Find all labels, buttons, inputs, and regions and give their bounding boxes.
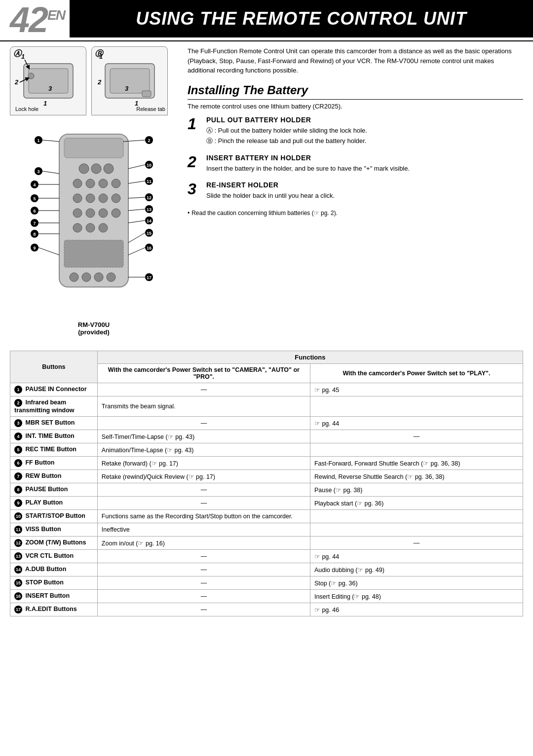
- col-camera-header: With the camcorder's Power Switch set to…: [97, 364, 310, 383]
- table-row: 5 REC TIME ButtonAnimation/Time-Lapse (☞…: [10, 443, 523, 457]
- btn-cell-5: 6 FF Button: [10, 457, 98, 470]
- btn-cell-11: 12 ZOOM (T/W) Buttons: [10, 537, 98, 550]
- btn-cell-2: 3 MBR SET Button: [10, 417, 98, 430]
- camera-cell-12: —: [97, 550, 310, 563]
- svg-line-53: [128, 181, 145, 183]
- table-row: 10 START/STOP ButtonFunctions same as th…: [10, 510, 523, 523]
- table-row: 4 INT. TIME ButtonSelf-Timer/Time-Lapse …: [10, 430, 523, 443]
- table-row: 15 STOP Button—Stop (☞ pg. 36): [10, 576, 523, 590]
- camera-cell-15: —: [97, 590, 310, 603]
- camera-cell-5: Retake (forward) (☞ pg. 17): [97, 457, 310, 470]
- btn-num-circle: 1: [14, 386, 22, 394]
- svg-line-74: [128, 220, 145, 223]
- svg-text:3: 3: [37, 169, 39, 174]
- play-cell-1: [310, 396, 523, 417]
- svg-text:2: 2: [148, 138, 150, 143]
- battery-section-title: Installing The Battery: [188, 83, 523, 100]
- btn-num-circle: 17: [14, 606, 22, 613]
- svg-point-36: [82, 273, 91, 282]
- btn-cell-4: 5 REC TIME Button: [10, 443, 98, 457]
- step-2: 2 INSERT BATTERY IN HOLDER Insert the ba…: [188, 154, 523, 175]
- btn-num-circle: 8: [14, 486, 22, 494]
- diagram-a: Ⓐ 1 2 1 3: [10, 46, 86, 115]
- btn-cell-6: 7 REW Button: [10, 470, 98, 483]
- lock-hole-label: Lock hole: [15, 106, 38, 112]
- play-cell-0: ☞ pg. 45: [310, 383, 523, 396]
- btn-num-circle: 16: [14, 592, 22, 600]
- svg-text:2: 2: [97, 78, 102, 86]
- step-2-content: INSERT BATTERY IN HOLDER Insert the batt…: [206, 154, 410, 175]
- table-row: 14 A.DUB Button—Audio dubbing (☞ pg. 49): [10, 563, 523, 576]
- btn-cell-7: 8 PAUSE Button: [10, 483, 98, 497]
- btn-cell-14: 15 STOP Button: [10, 576, 98, 590]
- intro-text: The Full-Function Remote Control Unit ca…: [188, 46, 523, 75]
- svg-text:3: 3: [125, 85, 129, 92]
- step-1-num: 1: [188, 116, 201, 132]
- camera-cell-13: —: [97, 563, 310, 576]
- page-suffix: EN: [47, 7, 65, 23]
- svg-point-31: [73, 223, 82, 232]
- battery-intro: The remote control uses one lithium batt…: [188, 103, 523, 110]
- remote-caption-text: RM-V700U (provided): [20, 321, 168, 336]
- table-row: 13 VCR CTL Button—☞ pg. 44: [10, 550, 523, 563]
- camera-cell-8: —: [97, 497, 310, 510]
- play-cell-15: Insert Editing (☞ pg. 48): [310, 590, 523, 603]
- play-cell-13: Audio dubbing (☞ pg. 49): [310, 563, 523, 576]
- play-cell-4: [310, 443, 523, 457]
- btn-num-circle: 4: [14, 432, 22, 440]
- play-cell-8: Playback start (☞ pg. 36): [310, 497, 523, 510]
- table-row: 9 PLAY Button—Playback start (☞ pg. 36): [10, 497, 523, 510]
- svg-text:6: 6: [33, 209, 36, 214]
- step-2-body: Insert the battery in the holder, and be…: [206, 164, 410, 174]
- svg-text:13: 13: [147, 207, 152, 212]
- svg-text:3: 3: [48, 85, 52, 92]
- btn-cell-15: 16 INSERT Button: [10, 590, 98, 603]
- svg-rect-34: [64, 240, 123, 267]
- svg-point-18: [104, 164, 114, 174]
- svg-text:5: 5: [33, 196, 36, 201]
- diagram-b: Ⓑ 1 2 1 3 Release tab: [91, 46, 168, 115]
- btn-num-circle: 12: [14, 539, 22, 547]
- table-row: 12 ZOOM (T/W) ButtonsZoom in/out (☞ pg. …: [10, 537, 523, 550]
- play-cell-16: ☞ pg. 46: [310, 603, 523, 616]
- step-3-line-0: Slide the holder back in until you hear …: [206, 191, 335, 201]
- svg-point-33: [99, 223, 108, 232]
- page: 42EN USING THE REMOTE CONTROL UNIT Ⓐ: [0, 0, 533, 756]
- btn-num-circle: 11: [14, 526, 22, 534]
- camera-cell-7: —: [97, 483, 310, 497]
- svg-text:16: 16: [147, 246, 152, 251]
- play-cell-2: ☞ pg. 44: [310, 417, 523, 430]
- svg-point-35: [70, 273, 78, 282]
- step-1-line-0: Ⓐ : Pull out the battery holder while sl…: [206, 126, 367, 136]
- btn-num-circle: 7: [14, 472, 22, 480]
- btn-cell-13: 14 A.DUB Button: [10, 563, 98, 576]
- step-1-title: PULL OUT BATTERY HOLDER: [206, 116, 367, 124]
- table-row: 3 MBR SET Button—☞ pg. 44: [10, 417, 523, 430]
- play-cell-6: Rewind, Reverse Shuttle Search (☞ pg. 36…: [310, 470, 523, 483]
- svg-point-30: [112, 209, 120, 217]
- btn-cell-12: 13 VCR CTL Button: [10, 550, 98, 563]
- diagram-a-svg: 1 2 1 3: [14, 49, 83, 113]
- page-title: USING THE REMOTE CONTROL UNIT: [70, 0, 533, 37]
- table-row: 7 REW ButtonRetake (rewind)/Quick Review…: [10, 470, 523, 483]
- svg-line-47: [128, 165, 145, 169]
- release-tab-label: Release tab: [136, 106, 165, 112]
- table-row: 8 PAUSE Button—Pause (☞ pg. 38): [10, 483, 523, 497]
- step-1-line-1: Ⓑ : Pinch the release tab and pull out t…: [206, 136, 367, 146]
- svg-line-80: [128, 233, 145, 243]
- svg-rect-9: [142, 91, 151, 97]
- svg-point-20: [86, 179, 95, 188]
- btn-num-circle: 10: [14, 512, 22, 520]
- svg-text:1: 1: [21, 53, 25, 60]
- svg-point-27: [73, 209, 82, 217]
- step-2-num: 2: [188, 154, 201, 170]
- svg-line-62: [128, 197, 145, 198]
- play-cell-7: Pause (☞ pg. 38): [310, 483, 523, 497]
- svg-point-28: [86, 209, 95, 217]
- svg-text:15: 15: [147, 231, 152, 236]
- step-3-title: RE-INSERT HOLDER: [206, 181, 335, 189]
- camera-cell-10: Ineffective: [97, 523, 310, 537]
- play-cell-3: —: [310, 430, 523, 443]
- step-3: 3 RE-INSERT HOLDER Slide the holder back…: [188, 181, 523, 202]
- svg-text:2: 2: [14, 78, 19, 86]
